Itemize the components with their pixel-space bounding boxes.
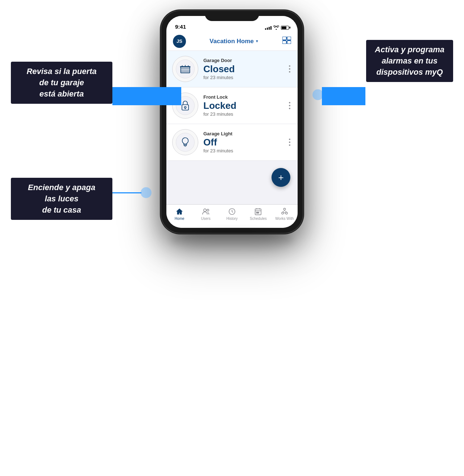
users-tab-label: Users — [201, 217, 211, 221]
front-lock-menu[interactable] — [287, 100, 292, 111]
menu-dot — [289, 139, 290, 140]
garage-door-icon-circle — [172, 56, 198, 82]
svg-rect-2 — [282, 41, 286, 44]
callout-line-light — [112, 192, 141, 193]
works-with-tab-label: Works With — [275, 217, 294, 221]
garage-door-menu[interactable] — [287, 64, 292, 74]
annotation-light-label: Enciende y apagalas lucesde tu casa — [11, 178, 112, 220]
svg-rect-16 — [184, 145, 187, 146]
app-header: JS Vacation Home ▼ — [166, 32, 298, 51]
svg-point-18 — [203, 209, 206, 212]
callout-box-alarm — [322, 87, 365, 105]
device-item-garage-door[interactable]: Garage Door Closed for 23 minutes — [166, 51, 298, 87]
front-lock-duration: for 23 minutes — [203, 111, 282, 117]
schedules-tab-label: Schedules — [250, 217, 267, 221]
tab-schedules[interactable]: Schedules — [245, 208, 271, 221]
garage-light-icon-circle — [172, 129, 198, 155]
battery-icon — [281, 26, 289, 30]
callout-dot-light — [141, 187, 152, 198]
garage-light-info: Garage Light Off for 23 minutes — [203, 131, 282, 154]
chevron-down-icon: ▼ — [255, 39, 259, 43]
garage-light-menu[interactable] — [287, 137, 292, 147]
svg-rect-12 — [182, 105, 188, 110]
svg-rect-21 — [255, 209, 261, 215]
home-tab-icon — [175, 208, 183, 216]
tab-bar: Home Users History — [166, 204, 298, 228]
wifi-icon — [273, 25, 279, 30]
callout-box-garage — [112, 87, 181, 105]
garage-door-info: Garage Door Closed for 23 minutes — [203, 58, 282, 81]
status-icons — [265, 25, 289, 30]
home-tab-label: Home — [175, 217, 185, 221]
svg-point-29 — [286, 212, 288, 214]
phone-device: 9:41 — [161, 11, 303, 251]
device-list: Garage Door Closed for 23 minutes — [166, 51, 298, 161]
history-tab-icon — [228, 208, 236, 216]
svg-line-31 — [282, 211, 283, 212]
front-lock-status: Locked — [203, 100, 282, 111]
phone-shell: 9:41 — [161, 11, 303, 233]
signal-bars-icon — [265, 25, 272, 30]
menu-dot — [289, 108, 290, 109]
users-tab-icon — [202, 208, 210, 216]
svg-rect-8 — [180, 66, 190, 67]
status-time: 9:41 — [175, 24, 186, 30]
garage-light-name: Garage Light — [203, 131, 282, 136]
menu-dot — [289, 68, 290, 70]
annotation-garage-label: Revisa si la puertade tu garajeestá abie… — [11, 62, 112, 104]
lock-icon — [180, 100, 191, 111]
layout-icon[interactable] — [282, 37, 291, 46]
garage-door-icon — [180, 63, 191, 74]
tab-history[interactable]: History — [219, 208, 245, 221]
annotation-alarm-label: Activa y programa alarmas en tus disposi… — [366, 40, 453, 82]
svg-rect-25 — [257, 212, 258, 213]
svg-rect-1 — [287, 37, 291, 40]
home-selector[interactable]: Vacation Home ▼ — [210, 38, 259, 45]
menu-dot — [289, 144, 290, 146]
phone-screen: 9:41 — [166, 16, 298, 228]
svg-point-13 — [185, 107, 186, 108]
home-selector-label: Vacation Home — [210, 38, 254, 45]
front-lock-name: Front Lock — [203, 94, 282, 100]
svg-point-19 — [207, 209, 209, 212]
menu-dot — [289, 141, 290, 143]
garage-light-duration: for 23 minutes — [203, 148, 282, 153]
history-tab-label: History — [226, 217, 237, 221]
garage-door-duration: for 23 minutes — [203, 75, 282, 80]
device-item-front-lock[interactable]: Front Lock Locked for 23 minutes — [166, 87, 298, 124]
fab-container: + — [166, 161, 298, 204]
menu-dot — [289, 105, 290, 106]
svg-rect-4 — [181, 67, 190, 73]
garage-light-status: Off — [203, 137, 282, 148]
tab-home[interactable]: Home — [166, 208, 192, 221]
svg-point-27 — [283, 208, 286, 210]
menu-dot — [289, 102, 290, 103]
svg-point-28 — [282, 212, 284, 214]
add-device-button[interactable]: + — [272, 168, 290, 187]
schedules-tab-icon — [254, 208, 262, 216]
phone-notch — [205, 11, 259, 21]
garage-door-icon-inner — [176, 60, 195, 78]
svg-line-32 — [285, 211, 286, 212]
works-with-tab-icon — [281, 208, 289, 216]
device-item-garage-light[interactable]: Garage Light Off for 23 minutes — [166, 124, 298, 161]
menu-dot — [289, 71, 290, 73]
tab-users[interactable]: Users — [192, 208, 219, 221]
svg-rect-3 — [287, 41, 291, 44]
garage-light-icon-inner — [176, 133, 195, 152]
garage-door-name: Garage Door — [203, 58, 282, 63]
light-bulb-icon — [180, 137, 191, 148]
phone-reflection — [170, 229, 294, 251]
garage-door-status: Closed — [203, 64, 282, 74]
svg-rect-0 — [282, 37, 286, 40]
front-lock-info: Front Lock Locked for 23 minutes — [203, 94, 282, 117]
avatar[interactable]: JS — [173, 35, 186, 48]
tab-works-with[interactable]: Works With — [272, 208, 298, 221]
svg-rect-26 — [258, 212, 259, 213]
menu-dot — [289, 65, 290, 67]
